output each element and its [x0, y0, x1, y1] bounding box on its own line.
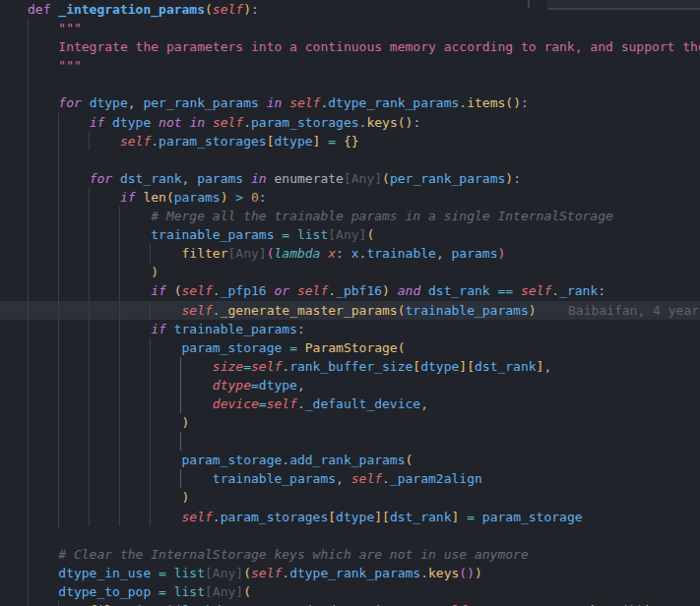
- code-token: [28, 134, 120, 149]
- code-token: [28, 58, 58, 73]
- code-token: [112, 171, 120, 186]
- code-line[interactable]: filter[Any](lambda x: x not in dtype_in_…: [0, 601, 700, 606]
- code-line[interactable]: for dst_rank, params in enumerate[Any](p…: [0, 169, 700, 188]
- code-token: [166, 322, 174, 336]
- code-token: :: [598, 283, 605, 298]
- code-token: self: [521, 283, 551, 298]
- code-token: [28, 21, 58, 35]
- code-token: _generate_master_params: [221, 303, 398, 318]
- code-token: ][: [459, 359, 475, 374]
- code-token: .: [282, 566, 289, 580]
- code-token: enumerate: [275, 171, 344, 186]
- code-token: [390, 283, 398, 298]
- code-line[interactable]: ): [0, 488, 700, 507]
- code-token: [166, 584, 174, 599]
- code-token: _integration_params: [58, 2, 205, 17]
- code-line[interactable]: if trainable_params:: [0, 320, 700, 338]
- code-token: self: [182, 303, 213, 318]
- git-blame-annotation[interactable]: Baibaifan, 4 year: [568, 301, 699, 320]
- code-token: trainable_params: [213, 471, 336, 486]
- code-token: list: [174, 566, 205, 580]
- code-token: self: [182, 510, 213, 524]
- code-token: if: [120, 190, 136, 205]
- code-token: dst_rank: [120, 171, 182, 186]
- code-token: [Any]: [205, 566, 243, 580]
- code-line[interactable]: for dtype, per_rank_params in self.dtype…: [0, 93, 700, 112]
- code-token: [28, 340, 182, 355]
- code-line[interactable]: param_storage.add_rank_params(: [0, 451, 700, 469]
- code-token: dtype: [336, 510, 374, 524]
- code-token: (): [505, 95, 521, 110]
- code-token: x: [351, 246, 359, 261]
- code-token: if: [151, 322, 166, 336]
- code-line[interactable]: if dtype not in self.param_storages.keys…: [0, 113, 700, 132]
- code-line[interactable]: dtype_to_pop = list[Any](: [0, 582, 700, 601]
- code-token: in: [267, 95, 283, 110]
- code-token: for: [90, 171, 112, 186]
- code-token: .: [459, 95, 467, 110]
- code-token: size: [213, 359, 243, 374]
- code-token: [28, 322, 151, 336]
- code-token: (: [243, 584, 251, 599]
- code-line[interactable]: trainable_params = list[Any](: [0, 225, 700, 244]
- code-token: self: [351, 471, 382, 486]
- code-token: [243, 190, 251, 205]
- code-line[interactable]: [0, 526, 700, 545]
- code-line[interactable]: self.param_storages[dtype][dst_rank] = p…: [0, 508, 700, 526]
- code-line[interactable]: filter[Any](lambda x: x.trainable, param…: [0, 244, 700, 263]
- code-line[interactable]: dtype=dtype,: [0, 376, 700, 394]
- code-token: params: [452, 246, 498, 261]
- code-line[interactable]: device=self._default_device,: [0, 394, 700, 413]
- code-token: if: [151, 283, 166, 298]
- code-editor[interactable]: def _integration_params(self): """ Integ…: [0, 0, 700, 606]
- code-line[interactable]: trainable_params, self._param2align: [0, 469, 700, 488]
- code-line[interactable]: # Clear the InternalStorage keys which a…: [0, 545, 700, 564]
- code-token: param_storage: [482, 510, 583, 524]
- code-line[interactable]: [0, 432, 700, 451]
- code-token: [28, 510, 182, 524]
- code-token: filter: [182, 246, 228, 261]
- code-line[interactable]: """: [0, 56, 700, 75]
- code-line[interactable]: if (self._pfp16 or self._pbf16) and dst_…: [0, 281, 700, 300]
- code-token: [Any]: [228, 246, 267, 261]
- code-token: :: [521, 95, 529, 110]
- code-token: items: [467, 95, 505, 110]
- code-line[interactable]: ): [0, 413, 700, 432]
- code-line[interactable]: self.param_storages[dtype] = {}: [0, 132, 700, 151]
- code-line[interactable]: size=self.rank_buffer_size[dtype][dst_ra…: [0, 357, 700, 376]
- code-token: rank_buffer_size: [289, 359, 413, 374]
- code-token: .: [213, 283, 221, 298]
- code-token: [282, 340, 289, 355]
- code-token: ,: [543, 359, 551, 374]
- code-token: :: [259, 190, 267, 205]
- code-line[interactable]: dtype_in_use = list[Any](self.dtype_rank…: [0, 564, 700, 582]
- code-line[interactable]: [0, 75, 700, 93]
- code-token: [28, 359, 213, 374]
- code-line[interactable]: [0, 151, 700, 169]
- code-line[interactable]: """: [0, 19, 700, 37]
- code-token: [28, 303, 182, 318]
- code-token: .: [213, 303, 221, 318]
- code-token: [28, 227, 151, 242]
- code-token: [297, 340, 305, 355]
- code-line[interactable]: Integrate the parameters into a continuo…: [0, 37, 700, 56]
- code-token: # Merge all the trainable params in a si…: [151, 209, 613, 223]
- code-token: keys: [366, 115, 397, 130]
- code-line[interactable]: ): [0, 263, 700, 281]
- code-line[interactable]: if len(params) > 0:: [0, 188, 700, 207]
- code-token: [459, 510, 467, 524]
- code-line[interactable]: param_storage = ParamStorage(: [0, 338, 700, 357]
- code-token: [28, 209, 151, 223]
- find-widget-fragment[interactable]: [547, 0, 700, 10]
- code-token: dtype: [112, 115, 151, 130]
- code-line[interactable]: # Merge all the trainable params in a si…: [0, 207, 700, 225]
- code-token: trainable_params: [151, 227, 274, 242]
- code-token: [205, 115, 213, 130]
- code-token: [28, 171, 90, 186]
- code-token: [28, 396, 213, 411]
- code-token: params: [174, 190, 221, 205]
- code-token: (: [205, 2, 213, 17]
- code-token: list: [174, 584, 205, 599]
- code-token: dtype: [420, 359, 459, 374]
- code-token: (: [398, 340, 406, 355]
